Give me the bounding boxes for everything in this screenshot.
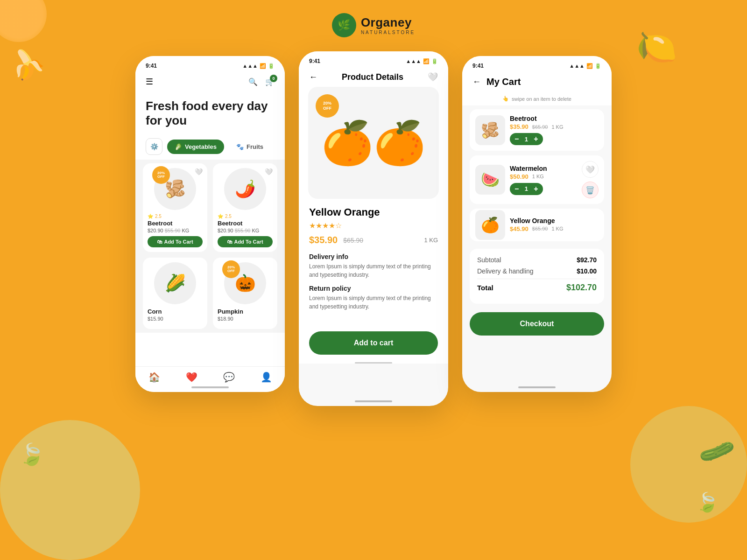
product-card-1: 20%OFF 🫚 🤍 ⭐ 2.5 Beetroot $20.90 $55.90 … xyxy=(143,163,207,252)
cart-item-2: 🍉 Watermelon $50.90 1 KG − 1 + xyxy=(470,155,604,204)
add-to-cart-main-btn[interactable]: Add to cart xyxy=(309,331,438,355)
checkout-btn[interactable]: Checkout xyxy=(470,312,604,336)
total-value: $102.70 xyxy=(566,283,597,293)
product-card-4: 20%OFF 🎃 Pumpkin $18.90 xyxy=(213,258,277,329)
qty-increase-1[interactable]: + xyxy=(534,135,538,143)
delivery-info-label: Delivery info xyxy=(309,253,438,260)
wishlist-icon-1[interactable]: 🤍 xyxy=(195,168,203,175)
cart-item-info-1: Beetroot $35.90 $65.90 1 KG − 1 + xyxy=(510,115,599,145)
detail-product-name: Yellow Orange xyxy=(309,206,438,218)
app-name: Organey xyxy=(361,15,415,30)
nav-profile[interactable]: 👤 xyxy=(261,371,272,383)
star-rating: ★★★★☆ xyxy=(309,221,438,230)
nav-wishlist[interactable]: ❤️ xyxy=(186,371,197,383)
vegetables-tab[interactable]: 🥬 Vegetables xyxy=(167,140,224,154)
wifi-icon-3: 📶 xyxy=(586,63,593,69)
time-2: 9:41 xyxy=(309,58,320,64)
total-label: Total xyxy=(477,284,493,292)
return-policy-section: Return policy Lorem Ipsum is simply dumm… xyxy=(309,285,438,311)
cart-btn-icon-1: 🛍 xyxy=(157,239,162,245)
delivery-row: Delivery & handling $10.00 xyxy=(477,267,597,275)
qty-control-2: − 1 + xyxy=(510,183,543,195)
cart-item-name-2: Watermelon xyxy=(510,165,577,172)
product-rating-1: ⭐ 2.5 xyxy=(148,214,203,219)
nav-home[interactable]: 🏠 xyxy=(148,371,160,383)
phone-home: 9:41 ▲▲▲ 📶 🔋 ☰ 🔍 🛒 0 xyxy=(135,56,285,392)
product-price-3: $15.90 xyxy=(148,316,203,322)
cart-price-current-1: $35.90 xyxy=(510,123,529,130)
logo-icon: 🌿 xyxy=(332,13,356,37)
cart-item-prices-2: $50.90 1 KG xyxy=(510,173,577,180)
product-name-3: Corn xyxy=(148,308,203,315)
add-to-cart-btn-1[interactable]: 🛍 Add To Cart xyxy=(148,236,203,247)
delete-btn-2[interactable]: 🗑️ xyxy=(582,182,599,198)
cart-item-prices-3: $45.90 $65.90 1 KG xyxy=(510,225,599,232)
filter-button[interactable]: ⚙️ xyxy=(146,138,162,155)
delivery-info-section: Delivery info Lorem Ipsum is simply dumm… xyxy=(309,253,438,279)
qty-decrease-1[interactable]: − xyxy=(514,135,519,143)
subtotal-label: Subtotal xyxy=(477,256,501,264)
add-to-cart-btn-2[interactable]: 🛍 Add To Cart xyxy=(218,236,273,247)
cart-icon-btn[interactable]: 🛒 0 xyxy=(265,77,275,86)
cart-summary: Subtotal $92.70 Delivery & handling $10.… xyxy=(470,249,604,304)
status-bar-1: 9:41 ▲▲▲ 📶 🔋 xyxy=(135,56,285,72)
battery-icon-1: 🔋 xyxy=(268,63,275,69)
product-img-3: 🌽 xyxy=(154,262,196,304)
wifi-icon-2: 📶 xyxy=(423,58,430,64)
time-1: 9:41 xyxy=(146,63,157,69)
status-bar-2: 9:41 ▲▲▲ 📶 🔋 xyxy=(299,51,448,67)
logo-text: Organey NATURALSTORE xyxy=(361,15,415,35)
vegetables-icon: 🥬 xyxy=(175,143,182,150)
subtotal-value: $92.70 xyxy=(577,256,597,264)
cart-item-name-3: Yellow Orange xyxy=(510,217,599,224)
product-name-1: Beetroot xyxy=(148,220,203,227)
phone-handle-2 xyxy=(355,400,392,402)
product-card-2: 🌶️ 🤍 ⭐ 2.5 Beetroot $20.90 $55.90 KG 🛍 xyxy=(213,163,277,252)
product-hero: 20%OFF 🍊🍊 xyxy=(308,87,439,199)
status-icons-1: ▲▲▲ 📶 🔋 xyxy=(242,63,275,69)
app-subtitle: NATURALSTORE xyxy=(361,30,415,35)
swipe-hint-text: swipe on an item to delete xyxy=(512,96,571,102)
cart-item-3: 🍊 Yellow Orange $45.90 $65.90 1 KG xyxy=(470,209,604,241)
qty-num-2: 1 xyxy=(522,185,530,192)
qty-increase-2[interactable]: + xyxy=(534,185,538,193)
cart-title: My Cart xyxy=(486,77,521,87)
detail-header: ← Product Details 🤍 xyxy=(299,67,448,87)
signal-icon-2: ▲▲▲ xyxy=(406,58,421,64)
app-header: 🌿 Organey NATURALSTORE xyxy=(0,13,747,37)
product-img-2: 🌶️ xyxy=(224,168,266,210)
cart-price-unit-3: 1 KG xyxy=(551,226,563,231)
back-icon-cart[interactable]: ← xyxy=(472,77,481,87)
product-hero-img: 🍊🍊 xyxy=(321,119,426,168)
cart-item-img-1: 🫚 xyxy=(475,115,505,145)
product-price-1: $20.90 $55.90 KG xyxy=(148,228,203,233)
product-img-1: 20%OFF 🫚 xyxy=(154,168,196,210)
status-bar-3: 9:41 ▲▲▲ 📶 🔋 xyxy=(462,56,612,72)
detail-price-current: $35.90 xyxy=(309,235,338,245)
cart-items-list: 🫚 Beetroot $35.90 $65.90 1 KG − 1 + xyxy=(462,105,612,245)
qty-num-1: 1 xyxy=(522,136,530,143)
wishlist-detail-icon[interactable]: 🤍 xyxy=(428,72,438,82)
product-rating-2: ⭐ 2.5 xyxy=(218,214,273,219)
wishlist-btn-2[interactable]: 🤍 xyxy=(582,161,599,178)
cart-btn-icon-2: 🛍 xyxy=(227,239,232,245)
delivery-label: Delivery & handling xyxy=(477,267,534,275)
cart-price-old-1: $65.90 xyxy=(532,124,548,130)
qty-decrease-2[interactable]: − xyxy=(514,185,519,193)
cart-price-unit-2: 1 KG xyxy=(532,174,544,179)
bg-deco-green-circle-right xyxy=(630,406,747,523)
nav-messages[interactable]: 💬 xyxy=(223,371,235,383)
menu-icon[interactable]: ☰ xyxy=(146,77,153,87)
discount-badge-4: 20%OFF xyxy=(222,260,240,278)
return-policy-text: Lorem Ipsum is simply dummy text of the … xyxy=(309,294,438,311)
search-icon[interactable]: 🔍 xyxy=(248,77,258,86)
cart-item-prices-1: $35.90 $65.90 1 KG xyxy=(510,123,599,130)
logo-emoji: 🌿 xyxy=(338,19,350,31)
fruits-icon: 🐾 xyxy=(236,143,244,150)
bg-deco-leaf-2: 🍃 xyxy=(19,442,45,467)
wishlist-icon-2[interactable]: 🤍 xyxy=(265,168,273,175)
category-bar: ⚙️ 🥬 Vegetables 🐾 Fruits xyxy=(135,133,285,160)
bg-deco-leaf-1: 🍃 xyxy=(696,491,719,513)
fruits-tab[interactable]: 🐾 Fruits xyxy=(229,140,271,154)
back-icon-detail[interactable]: ← xyxy=(309,72,317,82)
